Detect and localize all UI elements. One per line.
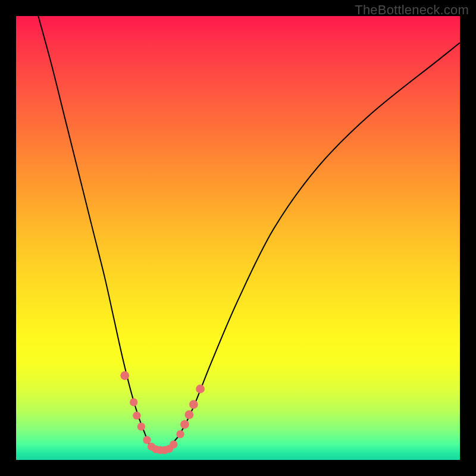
bottleneck-curve-svg bbox=[16, 16, 460, 460]
data-marker bbox=[185, 411, 194, 419]
marker-group bbox=[120, 371, 205, 454]
data-marker bbox=[143, 436, 151, 444]
bottleneck-curve bbox=[38, 16, 460, 450]
data-marker bbox=[133, 412, 140, 419]
data-marker bbox=[176, 430, 184, 438]
data-marker bbox=[170, 440, 177, 448]
data-marker bbox=[196, 384, 205, 393]
data-marker bbox=[130, 398, 137, 406]
data-marker bbox=[189, 400, 198, 409]
plot-area bbox=[16, 16, 460, 460]
data-marker bbox=[137, 422, 145, 430]
data-marker bbox=[180, 420, 189, 429]
chart-frame: TheBottleneck.com bbox=[0, 0, 476, 476]
watermark-text: TheBottleneck.com bbox=[355, 2, 469, 18]
data-marker bbox=[120, 371, 129, 380]
